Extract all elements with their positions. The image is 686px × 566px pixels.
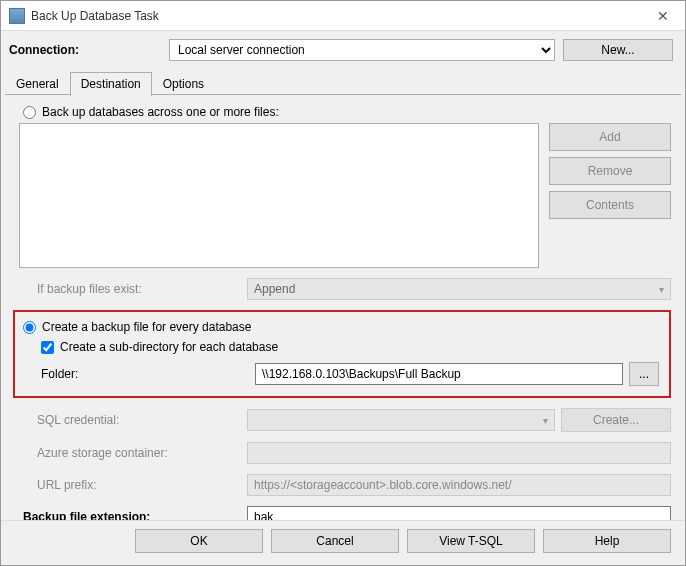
remove-button: Remove bbox=[549, 157, 671, 185]
files-section: Add Remove Contents bbox=[19, 123, 671, 268]
extension-label: Backup file extension: bbox=[23, 510, 247, 520]
subdir-label: Create a sub-directory for each database bbox=[60, 340, 278, 354]
browse-folder-button[interactable]: ... bbox=[629, 362, 659, 386]
if-exist-select: Append ▾ bbox=[247, 278, 671, 300]
subdir-checkbox[interactable] bbox=[41, 341, 54, 354]
window-title: Back Up Database Task bbox=[31, 9, 641, 23]
files-buttons: Add Remove Contents bbox=[549, 123, 671, 268]
app-icon bbox=[9, 8, 25, 24]
connection-label: Connection: bbox=[9, 43, 161, 57]
azure-container-label: Azure storage container: bbox=[37, 446, 247, 460]
cancel-button[interactable]: Cancel bbox=[271, 529, 399, 553]
radio-per-db[interactable] bbox=[23, 321, 36, 334]
tab-general[interactable]: General bbox=[5, 72, 70, 96]
tabstrip: General Destination Options bbox=[1, 71, 685, 95]
contents-button: Contents bbox=[549, 191, 671, 219]
connection-row: Connection: Local server connection New.… bbox=[1, 31, 685, 71]
close-button[interactable]: ✕ bbox=[641, 1, 685, 31]
button-bar: OK Cancel View T-SQL Help bbox=[1, 520, 685, 565]
extension-row: Backup file extension: bbox=[23, 506, 671, 520]
ok-button[interactable]: OK bbox=[135, 529, 263, 553]
titlebar: Back Up Database Task ✕ bbox=[1, 1, 685, 31]
folder-label: Folder: bbox=[41, 367, 255, 381]
chevron-down-icon: ▾ bbox=[659, 284, 664, 295]
url-prefix-input: https://<storageaccount>.blob.core.windo… bbox=[247, 474, 671, 496]
folder-input[interactable] bbox=[255, 363, 623, 385]
radio-across-files-label: Back up databases across one or more fil… bbox=[42, 105, 279, 119]
if-exist-label: If backup files exist: bbox=[37, 282, 247, 296]
azure-container-input bbox=[247, 442, 671, 464]
highlight-box: Create a backup file for every database … bbox=[13, 310, 671, 398]
azure-container-row: Azure storage container: bbox=[37, 442, 671, 464]
help-button[interactable]: Help bbox=[543, 529, 671, 553]
dialog-window: Back Up Database Task ✕ Connection: Loca… bbox=[0, 0, 686, 566]
radio-per-db-row: Create a backup file for every database bbox=[23, 320, 659, 334]
connection-select[interactable]: Local server connection bbox=[169, 39, 555, 61]
url-prefix-row: URL prefix: https://<storageaccount>.blo… bbox=[37, 474, 671, 496]
url-prefix-label: URL prefix: bbox=[37, 478, 247, 492]
view-tsql-button[interactable]: View T-SQL bbox=[407, 529, 535, 553]
extension-input[interactable] bbox=[247, 506, 671, 520]
sql-credential-row: SQL credential: ▾ Create... bbox=[37, 408, 671, 432]
radio-per-db-label: Create a backup file for every database bbox=[42, 320, 251, 334]
tab-body: Back up databases across one or more fil… bbox=[1, 95, 685, 520]
tab-destination[interactable]: Destination bbox=[70, 72, 152, 96]
chevron-down-icon: ▾ bbox=[543, 415, 548, 426]
tab-options[interactable]: Options bbox=[152, 72, 215, 96]
create-credential-button: Create... bbox=[561, 408, 671, 432]
radio-across-files[interactable] bbox=[23, 106, 36, 119]
files-listbox[interactable] bbox=[19, 123, 539, 268]
if-exist-row: If backup files exist: Append ▾ bbox=[37, 278, 671, 300]
new-connection-button[interactable]: New... bbox=[563, 39, 673, 61]
sql-credential-label: SQL credential: bbox=[37, 413, 247, 427]
if-exist-value: Append bbox=[254, 282, 295, 296]
add-button: Add bbox=[549, 123, 671, 151]
radio-across-files-row: Back up databases across one or more fil… bbox=[23, 105, 671, 119]
sql-credential-select: ▾ bbox=[247, 409, 555, 431]
subdir-row: Create a sub-directory for each database bbox=[41, 340, 659, 354]
folder-row: Folder: ... bbox=[41, 362, 659, 386]
